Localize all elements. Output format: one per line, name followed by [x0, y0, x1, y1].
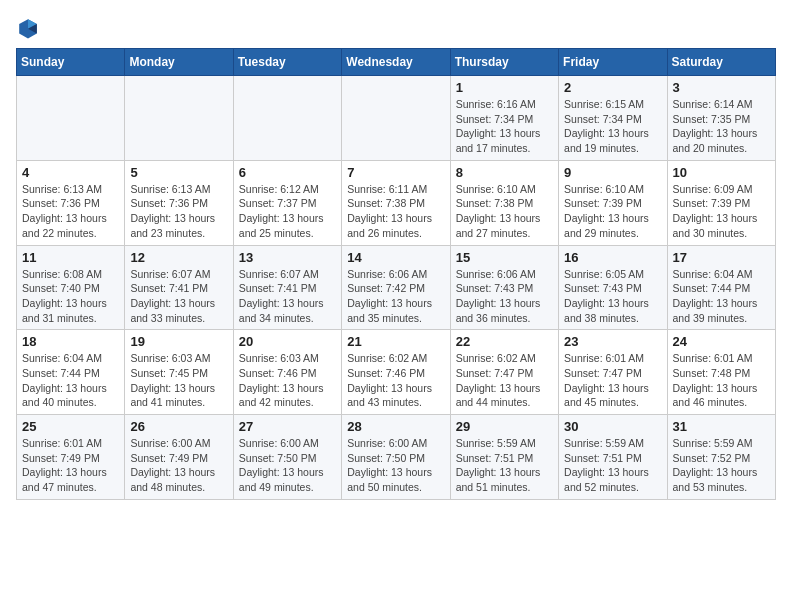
day-info: Sunrise: 6:11 AM Sunset: 7:38 PM Dayligh… [347, 182, 444, 241]
calendar-cell: 18Sunrise: 6:04 AM Sunset: 7:44 PM Dayli… [17, 330, 125, 415]
calendar-cell: 30Sunrise: 5:59 AM Sunset: 7:51 PM Dayli… [559, 415, 667, 500]
calendar-week-row: 4Sunrise: 6:13 AM Sunset: 7:36 PM Daylig… [17, 160, 776, 245]
day-info: Sunrise: 6:00 AM Sunset: 7:50 PM Dayligh… [239, 436, 336, 495]
calendar-cell [233, 76, 341, 161]
day-info: Sunrise: 6:15 AM Sunset: 7:34 PM Dayligh… [564, 97, 661, 156]
day-info: Sunrise: 6:03 AM Sunset: 7:45 PM Dayligh… [130, 351, 227, 410]
day-number: 28 [347, 419, 444, 434]
calendar-cell [17, 76, 125, 161]
calendar-cell: 28Sunrise: 6:00 AM Sunset: 7:50 PM Dayli… [342, 415, 450, 500]
day-info: Sunrise: 6:06 AM Sunset: 7:42 PM Dayligh… [347, 267, 444, 326]
day-number: 7 [347, 165, 444, 180]
day-info: Sunrise: 6:12 AM Sunset: 7:37 PM Dayligh… [239, 182, 336, 241]
day-info: Sunrise: 6:07 AM Sunset: 7:41 PM Dayligh… [239, 267, 336, 326]
day-number: 26 [130, 419, 227, 434]
calendar-cell: 20Sunrise: 6:03 AM Sunset: 7:46 PM Dayli… [233, 330, 341, 415]
day-number: 2 [564, 80, 661, 95]
calendar-cell: 13Sunrise: 6:07 AM Sunset: 7:41 PM Dayli… [233, 245, 341, 330]
day-number: 1 [456, 80, 553, 95]
day-number: 12 [130, 250, 227, 265]
day-info: Sunrise: 6:04 AM Sunset: 7:44 PM Dayligh… [673, 267, 770, 326]
calendar-cell: 16Sunrise: 6:05 AM Sunset: 7:43 PM Dayli… [559, 245, 667, 330]
day-number: 20 [239, 334, 336, 349]
day-info: Sunrise: 6:03 AM Sunset: 7:46 PM Dayligh… [239, 351, 336, 410]
day-info: Sunrise: 6:10 AM Sunset: 7:38 PM Dayligh… [456, 182, 553, 241]
day-number: 15 [456, 250, 553, 265]
day-info: Sunrise: 6:02 AM Sunset: 7:47 PM Dayligh… [456, 351, 553, 410]
day-info: Sunrise: 5:59 AM Sunset: 7:51 PM Dayligh… [456, 436, 553, 495]
day-number: 16 [564, 250, 661, 265]
calendar-cell: 9Sunrise: 6:10 AM Sunset: 7:39 PM Daylig… [559, 160, 667, 245]
day-number: 18 [22, 334, 119, 349]
day-number: 5 [130, 165, 227, 180]
day-info: Sunrise: 6:10 AM Sunset: 7:39 PM Dayligh… [564, 182, 661, 241]
calendar-header-row: SundayMondayTuesdayWednesdayThursdayFrid… [17, 49, 776, 76]
logo-icon [16, 16, 40, 40]
calendar-week-row: 18Sunrise: 6:04 AM Sunset: 7:44 PM Dayli… [17, 330, 776, 415]
day-number: 17 [673, 250, 770, 265]
day-number: 29 [456, 419, 553, 434]
calendar-cell: 31Sunrise: 5:59 AM Sunset: 7:52 PM Dayli… [667, 415, 775, 500]
day-info: Sunrise: 6:01 AM Sunset: 7:47 PM Dayligh… [564, 351, 661, 410]
day-number: 21 [347, 334, 444, 349]
calendar-cell: 1Sunrise: 6:16 AM Sunset: 7:34 PM Daylig… [450, 76, 558, 161]
day-info: Sunrise: 6:14 AM Sunset: 7:35 PM Dayligh… [673, 97, 770, 156]
day-number: 13 [239, 250, 336, 265]
calendar-cell: 3Sunrise: 6:14 AM Sunset: 7:35 PM Daylig… [667, 76, 775, 161]
day-info: Sunrise: 6:00 AM Sunset: 7:49 PM Dayligh… [130, 436, 227, 495]
day-info: Sunrise: 6:13 AM Sunset: 7:36 PM Dayligh… [130, 182, 227, 241]
day-number: 19 [130, 334, 227, 349]
calendar-cell: 25Sunrise: 6:01 AM Sunset: 7:49 PM Dayli… [17, 415, 125, 500]
day-number: 6 [239, 165, 336, 180]
day-info: Sunrise: 6:16 AM Sunset: 7:34 PM Dayligh… [456, 97, 553, 156]
day-info: Sunrise: 6:13 AM Sunset: 7:36 PM Dayligh… [22, 182, 119, 241]
calendar-table: SundayMondayTuesdayWednesdayThursdayFrid… [16, 48, 776, 500]
calendar-cell: 6Sunrise: 6:12 AM Sunset: 7:37 PM Daylig… [233, 160, 341, 245]
logo [16, 16, 44, 40]
day-info: Sunrise: 6:01 AM Sunset: 7:49 PM Dayligh… [22, 436, 119, 495]
day-number: 24 [673, 334, 770, 349]
header-day-saturday: Saturday [667, 49, 775, 76]
day-info: Sunrise: 6:06 AM Sunset: 7:43 PM Dayligh… [456, 267, 553, 326]
day-number: 22 [456, 334, 553, 349]
day-number: 11 [22, 250, 119, 265]
calendar-cell: 11Sunrise: 6:08 AM Sunset: 7:40 PM Dayli… [17, 245, 125, 330]
header-day-friday: Friday [559, 49, 667, 76]
calendar-cell: 23Sunrise: 6:01 AM Sunset: 7:47 PM Dayli… [559, 330, 667, 415]
calendar-cell: 14Sunrise: 6:06 AM Sunset: 7:42 PM Dayli… [342, 245, 450, 330]
day-number: 3 [673, 80, 770, 95]
calendar-cell: 27Sunrise: 6:00 AM Sunset: 7:50 PM Dayli… [233, 415, 341, 500]
day-info: Sunrise: 6:01 AM Sunset: 7:48 PM Dayligh… [673, 351, 770, 410]
calendar-cell: 22Sunrise: 6:02 AM Sunset: 7:47 PM Dayli… [450, 330, 558, 415]
calendar-cell: 24Sunrise: 6:01 AM Sunset: 7:48 PM Dayli… [667, 330, 775, 415]
day-number: 9 [564, 165, 661, 180]
header-day-thursday: Thursday [450, 49, 558, 76]
day-info: Sunrise: 6:02 AM Sunset: 7:46 PM Dayligh… [347, 351, 444, 410]
calendar-cell: 7Sunrise: 6:11 AM Sunset: 7:38 PM Daylig… [342, 160, 450, 245]
day-info: Sunrise: 6:05 AM Sunset: 7:43 PM Dayligh… [564, 267, 661, 326]
header-day-sunday: Sunday [17, 49, 125, 76]
calendar-cell: 26Sunrise: 6:00 AM Sunset: 7:49 PM Dayli… [125, 415, 233, 500]
header-day-tuesday: Tuesday [233, 49, 341, 76]
calendar-cell: 21Sunrise: 6:02 AM Sunset: 7:46 PM Dayli… [342, 330, 450, 415]
calendar-cell: 15Sunrise: 6:06 AM Sunset: 7:43 PM Dayli… [450, 245, 558, 330]
day-info: Sunrise: 6:04 AM Sunset: 7:44 PM Dayligh… [22, 351, 119, 410]
day-number: 8 [456, 165, 553, 180]
day-number: 10 [673, 165, 770, 180]
calendar-week-row: 11Sunrise: 6:08 AM Sunset: 7:40 PM Dayli… [17, 245, 776, 330]
calendar-cell: 17Sunrise: 6:04 AM Sunset: 7:44 PM Dayli… [667, 245, 775, 330]
day-info: Sunrise: 5:59 AM Sunset: 7:52 PM Dayligh… [673, 436, 770, 495]
calendar-cell: 8Sunrise: 6:10 AM Sunset: 7:38 PM Daylig… [450, 160, 558, 245]
day-info: Sunrise: 6:07 AM Sunset: 7:41 PM Dayligh… [130, 267, 227, 326]
page-header [16, 16, 776, 40]
day-info: Sunrise: 6:00 AM Sunset: 7:50 PM Dayligh… [347, 436, 444, 495]
calendar-cell [342, 76, 450, 161]
day-info: Sunrise: 6:09 AM Sunset: 7:39 PM Dayligh… [673, 182, 770, 241]
calendar-cell: 4Sunrise: 6:13 AM Sunset: 7:36 PM Daylig… [17, 160, 125, 245]
day-number: 31 [673, 419, 770, 434]
day-number: 14 [347, 250, 444, 265]
day-number: 27 [239, 419, 336, 434]
day-info: Sunrise: 6:08 AM Sunset: 7:40 PM Dayligh… [22, 267, 119, 326]
calendar-week-row: 1Sunrise: 6:16 AM Sunset: 7:34 PM Daylig… [17, 76, 776, 161]
day-number: 30 [564, 419, 661, 434]
